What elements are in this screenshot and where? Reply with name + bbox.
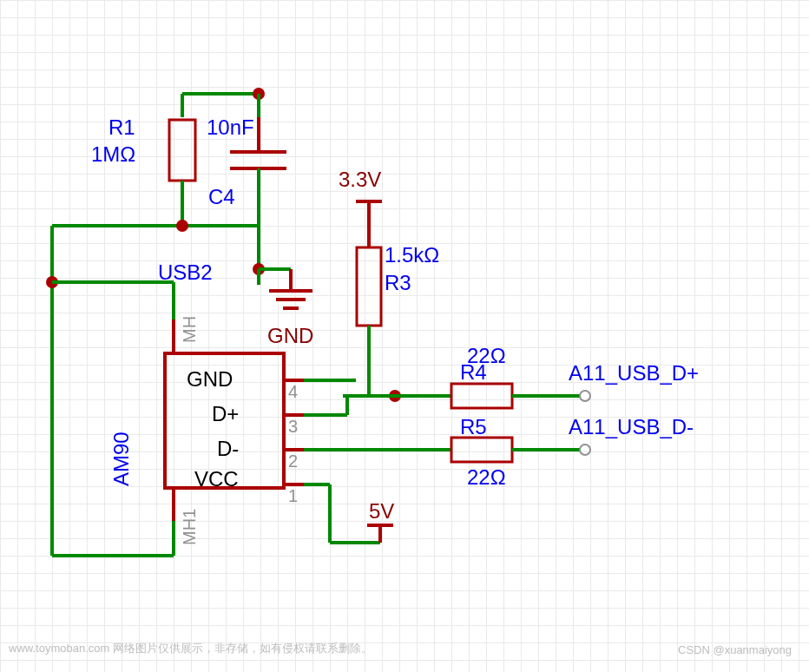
net-dp-label: A11_USB_D+ xyxy=(569,361,699,385)
pin2-num: 2 xyxy=(288,451,298,471)
c4-val: 10nF xyxy=(207,115,254,139)
mh-bot-label: MH1 xyxy=(180,509,199,545)
pin-dp-label: D+ xyxy=(212,402,239,425)
mh-top-label: MH xyxy=(180,316,199,343)
net-endpoint xyxy=(580,391,590,401)
footer-right: CSDN @xuanmaiyong xyxy=(678,643,792,656)
pin4-num: 4 xyxy=(288,382,298,401)
r4-val: 22Ω xyxy=(467,344,506,367)
r3-ref: R3 xyxy=(385,271,411,294)
usb-ref: USB2 xyxy=(158,260,213,284)
c4-ref: C4 xyxy=(208,185,235,208)
resistor-r4-body xyxy=(451,384,512,408)
usb-val: AM90 xyxy=(109,432,133,486)
pin1-num: 1 xyxy=(288,486,298,505)
footer-left: www.toymoban.com 网络图片仅供展示，非存储，如有侵权请联系删除。 xyxy=(9,641,372,656)
resistor-r1-body xyxy=(169,120,195,181)
v33-label: 3.3V xyxy=(339,168,381,191)
pin-gnd-label: GND xyxy=(187,367,233,391)
r5-ref: R5 xyxy=(460,415,487,438)
pin3-num: 3 xyxy=(288,417,298,436)
net-dm-label: A11_USB_D- xyxy=(569,415,694,438)
pin-dm-label: D- xyxy=(217,437,239,460)
r1-val: 1MΩ xyxy=(91,142,135,166)
r3-val: 1.5kΩ xyxy=(385,243,439,267)
gnd-label: GND xyxy=(267,324,313,347)
resistor-r5-body xyxy=(451,438,512,462)
pin-vcc-label: VCC xyxy=(194,467,239,491)
junction xyxy=(176,220,188,232)
net-endpoint xyxy=(580,445,590,455)
v5-label: 5V xyxy=(369,499,394,523)
r5-val: 22Ω xyxy=(467,465,506,489)
schematic-canvas: R1 1MΩ 10nF C4 GND GND D+ D- VCC 4 3 2 1… xyxy=(0,0,809,672)
resistor-r3-body xyxy=(357,247,381,326)
r1-ref: R1 xyxy=(109,115,135,139)
